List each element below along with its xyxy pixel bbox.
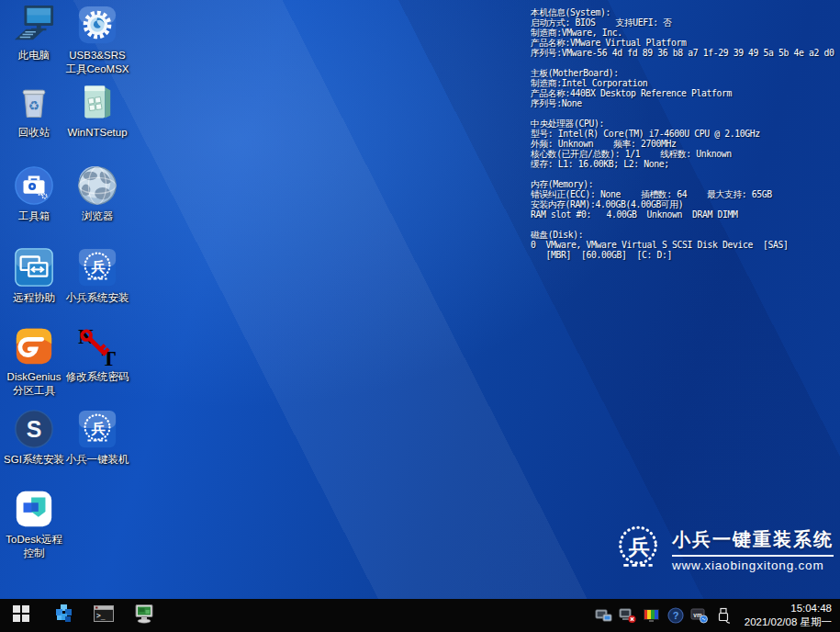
desktop-icon-label: 浏览器 (82, 209, 114, 223)
taskbar-clock[interactable]: 15:04:48 2021/02/08 星期一 (745, 602, 832, 629)
desktop: 此电脑 ♻ 回收站 工具箱 (0, 0, 840, 632)
display-color-icon[interactable] (643, 605, 661, 626)
svg-text:兵: 兵 (90, 259, 106, 275)
desktop-icon-label: 修改系统密码 (66, 370, 129, 384)
watermark: 兵 小兵一键重装系统 www.xiaobingxitong.com (611, 521, 834, 578)
orange-dg-icon (13, 325, 55, 367)
blue-circle-toolbox-icon (13, 164, 55, 207)
xiaobing-dotted-circle-icon: 兵 (76, 408, 118, 450)
desktop-icon-browser[interactable]: 浏览器 (64, 164, 130, 223)
desktop-icon-diskgenius[interactable]: DiskGenius 分区工具 (1, 325, 67, 398)
desktop-icon-label: 远程协助 (13, 291, 55, 305)
svg-text:S: S (27, 416, 42, 442)
desktop-icon-label: 此电脑 (18, 49, 50, 62)
desktop-icon-xiaobing-onekey[interactable]: 兵 小兵一键装机 (64, 408, 130, 467)
desktop-icon-label: WinNTSetup (67, 126, 127, 140)
desktop-icon-toolbox[interactable]: 工具箱 (1, 164, 67, 223)
desktop-icon-label: 小兵系统安装 (66, 291, 129, 305)
network-disconnected-icon[interactable] (619, 605, 637, 626)
blue-gear-swirl-icon (76, 4, 118, 46)
start-button[interactable] (0, 599, 42, 632)
desktop-icon-this-pc[interactable]: 此电脑 (1, 4, 67, 62)
desktop-icon-recycle-bin[interactable]: ♻ 回收站 (1, 81, 67, 140)
svg-text:兵: 兵 (90, 421, 106, 436)
system-info-text: 本机信息(System): 启动方式: BIOS 支持UEFI: 否 制造商:V… (531, 7, 834, 260)
svg-text:♻: ♻ (28, 99, 39, 113)
svg-text:>_: >_ (96, 611, 106, 619)
desktop-icon-label: USB3&SRS 工具CeoMSX (65, 49, 129, 76)
command-prompt-icon: >_ (94, 605, 114, 626)
navy-s-circle-icon: S (13, 408, 55, 450)
watermark-title: 小兵一键重装系统 (672, 527, 834, 552)
desktop-icon-usb3-srs[interactable]: USB3&SRS 工具CeoMSX (64, 4, 130, 76)
svg-text:?: ? (672, 610, 678, 621)
xiaobing-watermark-logo-icon: 兵 (611, 521, 665, 578)
system-tray: ? vm (595, 605, 733, 626)
command-prompt-button[interactable]: >_ (94, 599, 114, 632)
watermark-logo-glyph: 兵 (628, 535, 650, 559)
network-computers-icon[interactable] (595, 605, 613, 626)
nt-red-key-icon: N T (76, 325, 118, 367)
teal-software-box-icon (76, 81, 118, 123)
usb-eject-icon[interactable] (714, 605, 733, 626)
pe-network-computer-icon (133, 604, 155, 627)
taskbar: >_ (0, 599, 840, 632)
pe-network-button[interactable] (133, 599, 155, 632)
dual-monitor-arrows-icon (13, 246, 55, 288)
windows-logo-icon (13, 605, 29, 626)
desktop-icon-label: SGI系统安装 (4, 453, 64, 467)
help-question-icon[interactable]: ? (666, 605, 685, 626)
todesk-logo-icon (13, 488, 55, 530)
clock-time: 15:04:48 (745, 602, 832, 615)
clock-date: 2021/02/08 星期一 (745, 615, 832, 629)
desktop-icon-remote-assist[interactable]: 远程协助 (1, 246, 67, 305)
xiaobing-dotted-circle-icon: 兵 (76, 246, 118, 288)
desktop-icon-winntsetup[interactable]: WinNTSetup (64, 81, 130, 140)
taskbar-apps: >_ (54, 599, 155, 632)
globe-icon (76, 164, 118, 207)
desktop-icon-sgi-install[interactable]: S SGI系统安装 (1, 408, 67, 467)
desktop-icon-label: 小兵一键装机 (66, 453, 129, 467)
vmware-tools-icon[interactable]: vm (690, 605, 709, 626)
desktop-icon-label: DiskGenius 分区工具 (7, 370, 62, 398)
desktop-icon-todesk[interactable]: ToDesk远程 控制 (1, 488, 67, 560)
desktop-icon-label: 回收站 (18, 126, 50, 140)
desktop-icon-nt-password[interactable]: N T 修改系统密码 (64, 325, 130, 384)
pe-tools-button[interactable] (54, 599, 74, 632)
blue-cubes-tool-icon (54, 604, 74, 627)
watermark-url: www.xiaobingxitong.com (672, 555, 834, 572)
trash-can-recycle-icon: ♻ (13, 81, 55, 123)
desktop-icon-label: 工具箱 (18, 209, 50, 223)
desktop-icon-label: ToDesk远程 控制 (6, 533, 62, 560)
desktop-icon-xiaobing-install[interactable]: 兵 小兵系统安装 (64, 246, 130, 305)
computer-monitor-keyboard-icon (13, 4, 55, 46)
